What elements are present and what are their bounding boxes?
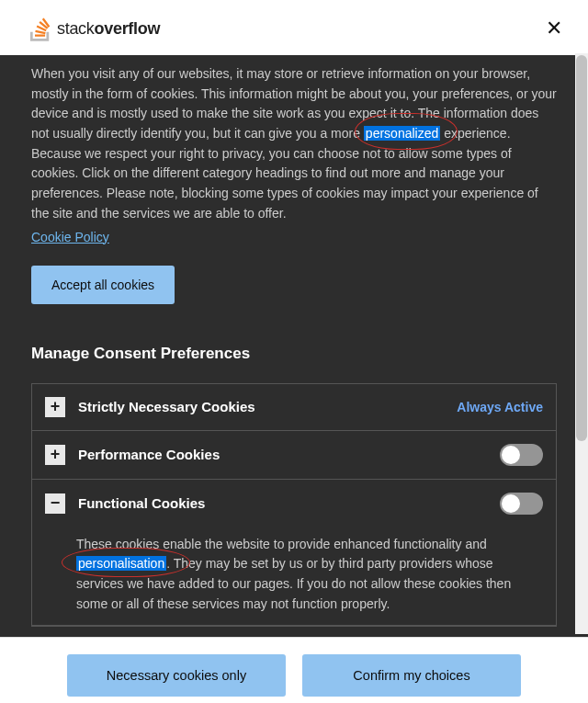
accordion-title: Functional Cookies	[78, 495, 500, 511]
cookie-policy-link[interactable]: Cookie Policy	[31, 230, 109, 244]
logo-text: stackoverflow	[57, 19, 160, 39]
highlight-personalisation: personalisation	[76, 556, 166, 571]
accordion-item-strictly-necessary: Strictly Necessary Cookies Always Active	[32, 384, 556, 431]
manage-consent-title: Manage Consent Preferences	[31, 345, 557, 363]
confirm-choices-button[interactable]: Confirm my choices	[302, 654, 521, 697]
toggle-performance[interactable]	[500, 444, 543, 466]
stackoverflow-logo: stackoverflow	[29, 16, 160, 41]
toggle-functional[interactable]	[500, 493, 543, 515]
modal-footer: Necessary cookies only Confirm my choice…	[0, 637, 588, 703]
intro-text: When you visit any of our websites, it m…	[31, 64, 557, 224]
accordion-item-performance: Performance Cookies	[32, 431, 556, 480]
modal-body: When you visit any of our websites, it m…	[0, 55, 588, 637]
functional-description: These cookies enable the website to prov…	[32, 527, 556, 626]
modal-header: stackoverflow ✕	[0, 0, 588, 55]
consent-accordion: Strictly Necessary Cookies Always Active…	[31, 383, 557, 628]
accordion-header[interactable]: Strictly Necessary Cookies Always Active	[32, 384, 556, 430]
accordion-title: Performance Cookies	[78, 447, 500, 462]
scrollbar-thumb[interactable]	[576, 55, 587, 441]
expand-icon[interactable]	[45, 397, 65, 417]
accordion-header[interactable]: Performance Cookies	[32, 431, 556, 479]
collapse-icon[interactable]	[45, 493, 65, 514]
always-active-label: Always Active	[457, 400, 543, 414]
accordion-item-functional: Functional Cookies These cookies enable …	[32, 480, 556, 627]
close-button[interactable]: ✕	[538, 13, 570, 44]
necessary-only-button[interactable]: Necessary cookies only	[67, 654, 286, 697]
accept-all-button[interactable]: Accept all cookies	[31, 266, 175, 304]
stackoverflow-icon	[29, 16, 51, 41]
accordion-header[interactable]: Functional Cookies	[32, 480, 556, 527]
accordion-title: Strictly Necessary Cookies	[78, 399, 457, 414]
expand-icon[interactable]	[45, 445, 65, 465]
highlight-personalized: personalized	[364, 126, 440, 141]
